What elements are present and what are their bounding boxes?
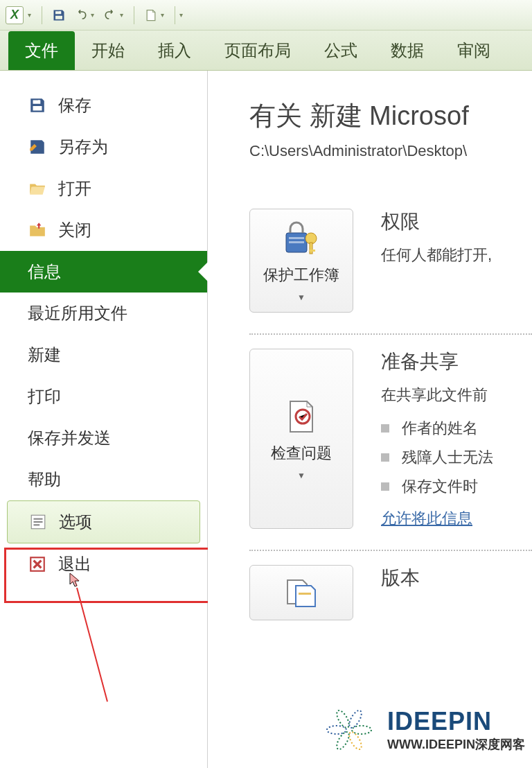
dropdown-arrow-icon: ▼ [297, 293, 305, 302]
sidebar-close[interactable]: 关闭 [0, 209, 207, 251]
svg-rect-11 [310, 243, 312, 254]
tab-insert[interactable]: 插入 [141, 31, 208, 70]
svg-rect-3 [34, 518, 43, 520]
folder-close-icon [28, 220, 47, 240]
versions-section: 版本 [249, 551, 532, 641]
svg-rect-9 [289, 241, 304, 243]
sidebar-exit[interactable]: 退出 [0, 543, 207, 585]
new-dropdown[interactable]: ▾ [161, 11, 168, 19]
document-check-icon [282, 397, 321, 436]
button-label: 检查问题 [271, 443, 332, 464]
bullet-icon [381, 482, 389, 491]
sidebar-label: 打印 [28, 385, 61, 408]
tab-home[interactable]: 开始 [75, 31, 141, 70]
tab-file[interactable]: 文件 [8, 31, 75, 70]
redo-icon[interactable] [100, 6, 120, 25]
list-item: 残障人士无法 [381, 443, 532, 472]
page-title: 有关 新建 Microsof [249, 98, 532, 134]
tab-data[interactable]: 数据 [374, 31, 441, 70]
sidebar-label: 信息 [28, 261, 61, 283]
sidebar-label: 新建 [28, 344, 61, 366]
redo-dropdown[interactable]: ▾ [120, 11, 127, 19]
save-as-icon [28, 137, 47, 157]
tab-page-layout[interactable]: 页面布局 [208, 31, 308, 70]
watermark: IDEEPIN WWW.IDEEPIN深度网客 [318, 699, 525, 761]
list-item: 保存文件时 [381, 472, 532, 501]
undo-dropdown[interactable]: ▾ [91, 11, 98, 19]
sidebar-label: 打开 [58, 177, 91, 200]
sidebar-recent[interactable]: 最近所用文件 [0, 293, 207, 334]
bullet-icon [381, 453, 389, 462]
watermark-logo-icon [318, 699, 380, 761]
sidebar-label: 最近所用文件 [28, 302, 127, 324]
info-panel: 有关 新建 Microsof C:\Users\Administrator\De… [208, 71, 532, 768]
tab-review[interactable]: 审阅 [441, 31, 507, 70]
qat-customize-dropdown[interactable]: ▾ [179, 11, 186, 19]
svg-rect-4 [34, 521, 43, 523]
save-icon [28, 96, 47, 115]
svg-rect-12 [310, 250, 315, 252]
separator [42, 6, 42, 24]
new-document-icon[interactable] [141, 6, 161, 25]
sidebar-label: 关闭 [58, 219, 91, 241]
sidebar-info[interactable]: 信息 [0, 251, 207, 293]
check-issues-button[interactable]: 检查问题 ▼ [249, 349, 353, 529]
backstage-sidebar: 保存 另存为 打开 关闭 信息 最近所用文件 新建 打印 保存并发送 [0, 71, 208, 768]
section-heading: 准备共享 [381, 349, 532, 375]
protect-workbook-button[interactable]: 保护工作簿 ▼ [249, 209, 353, 313]
separator [134, 6, 134, 24]
button-label: 保护工作簿 [263, 265, 339, 286]
quick-access-toolbar: X ▾ ▾ ▾ ▾ ▾ [0, 0, 532, 30]
sidebar-open[interactable]: 打开 [0, 168, 207, 209]
bullet-icon [381, 424, 389, 433]
options-icon [28, 512, 48, 532]
ribbon-tabs: 文件 开始 插入 页面布局 公式 数据 审阅 [0, 30, 532, 71]
allow-info-link[interactable]: 允许将此信息 [381, 508, 472, 529]
sidebar-label: 选项 [59, 511, 92, 533]
exit-icon [28, 555, 47, 574]
svg-rect-0 [60, 11, 61, 13]
tab-formulas[interactable]: 公式 [308, 31, 374, 70]
separator [175, 6, 175, 24]
save-icon[interactable] [49, 6, 69, 25]
sidebar-save[interactable]: 保存 [0, 85, 207, 126]
watermark-url: WWW.IDEEPIN深度网客 [387, 736, 525, 753]
svg-rect-8 [289, 237, 304, 239]
svg-rect-5 [34, 524, 40, 525]
versions-icon [282, 573, 321, 612]
sidebar-options[interactable]: 选项 [7, 500, 200, 543]
sidebar-print[interactable]: 打印 [0, 376, 207, 417]
manage-versions-button[interactable] [249, 565, 353, 620]
section-desc: 任何人都能打开, [381, 245, 532, 265]
permissions-section: 保护工作簿 ▼ 权限 任何人都能打开, [249, 195, 532, 335]
section-heading: 权限 [381, 209, 532, 235]
section-desc: 在共享此文件前 [381, 385, 532, 405]
svg-point-20 [347, 708, 364, 729]
watermark-brand: IDEEPIN [387, 707, 525, 736]
svg-rect-14 [299, 593, 311, 595]
annotation-arrow-line [76, 588, 108, 702]
sidebar-new[interactable]: 新建 [0, 334, 207, 376]
lock-key-icon [282, 219, 321, 258]
prepare-share-section: 检查问题 ▼ 准备共享 在共享此文件前 作者的姓名 残障人士无法 保存文件时 允… [249, 335, 532, 551]
undo-icon[interactable] [71, 6, 91, 25]
folder-open-icon [28, 179, 47, 198]
file-path: C:\Users\Administrator\Desktop\ [249, 142, 532, 160]
section-heading: 版本 [381, 565, 532, 591]
app-menu-dropdown[interactable]: ▾ [28, 11, 35, 19]
svg-rect-1 [38, 100, 39, 103]
sidebar-label: 帮助 [28, 469, 61, 491]
sidebar-label: 保存并发送 [28, 427, 111, 449]
sidebar-label: 保存 [58, 94, 91, 116]
excel-app-icon[interactable]: X [6, 6, 24, 24]
sidebar-label: 另存为 [58, 136, 108, 158]
sidebar-help[interactable]: 帮助 [0, 459, 207, 500]
svg-point-17 [335, 730, 351, 751]
dropdown-arrow-icon: ▼ [297, 471, 305, 480]
list-item: 作者的姓名 [381, 414, 532, 443]
annotation-cursor-icon [69, 573, 82, 588]
sidebar-save-as[interactable]: 另存为 [0, 126, 207, 168]
sidebar-save-send[interactable]: 保存并发送 [0, 417, 207, 459]
